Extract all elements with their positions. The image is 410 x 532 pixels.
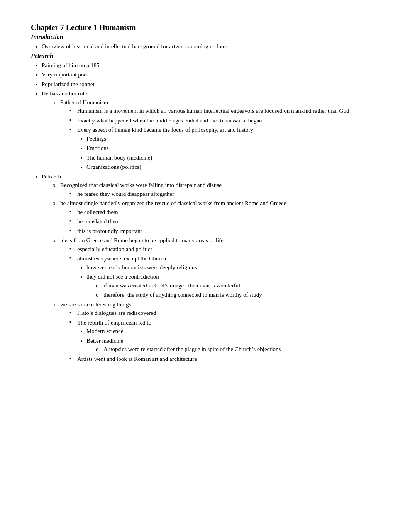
level3-list: Humanism is a movement in which all vari… [69, 107, 379, 172]
list-item: Feelings [86, 134, 379, 143]
level4-list: Modern science Better medicine Autopsies… [86, 327, 379, 354]
list-item: he feared they would disappear altogethe… [69, 190, 379, 199]
level2-list: Father of Humanism Humanism is a movemen… [53, 98, 379, 172]
level3-list: he feared they would disappear altogethe… [69, 190, 379, 199]
list-item: almost everywhere, except the Church how… [69, 254, 379, 299]
list-item: Emotions [86, 144, 379, 153]
intro-bullet-item: Overview of historical and intellectual … [42, 42, 379, 51]
intro-bullet-list: Overview of historical and intellectual … [42, 42, 379, 51]
list-item: he translated them [69, 217, 379, 226]
list-item: however, early humanists were deeply rel… [86, 263, 379, 272]
page-title: Chapter 7 Lecture 1 Humanism [31, 23, 379, 32]
level4-list: Feelings Emotions The human body (medici… [86, 134, 379, 172]
list-item: we see some interesting things Plato’s d… [53, 300, 379, 364]
list-item: Exactly what happened when the middle ag… [69, 116, 379, 125]
petrarch-section: Petrarch Painting of him on p 185 Very i… [31, 53, 379, 364]
list-item: he collected them [69, 208, 379, 217]
list-item: Humanism is a movement in which all vari… [69, 107, 379, 116]
introduction-heading: Introduction [31, 34, 379, 41]
list-item: Organizations (politics) [86, 163, 379, 172]
list-item: The human body (medicine) [86, 153, 379, 162]
level3-list: especially education and politics almost… [69, 245, 379, 299]
introduction-section: Introduction Overview of historical and … [31, 34, 379, 51]
list-item: Plato’s dialogues are rediscovered [69, 309, 379, 318]
list-item: he almost single handedly organized the … [53, 199, 379, 235]
level3-list: he collected them he translated them thi… [69, 208, 379, 236]
level5-list: Autopsies were re-started after the plag… [96, 345, 379, 354]
level4-list: however, early humanists were deeply rel… [86, 263, 379, 299]
list-item: especially education and politics [69, 245, 379, 254]
list-item: Recognized that classical works were fal… [53, 181, 379, 198]
list-item: The rebirth of empiricism led to Modern … [69, 318, 379, 354]
list-item: Father of Humanism Humanism is a movemen… [53, 98, 379, 172]
list-item: He has another role Father of Humanism H… [42, 89, 379, 172]
list-item: Very important poet [42, 70, 379, 79]
list-item: Petrarch Recognized that classical works… [42, 172, 379, 364]
list-item: Autopsies were re-started after the plag… [96, 345, 379, 354]
list-item: Artists went and look at Roman art and a… [69, 355, 379, 364]
list-item: they did not see a contradiction if man … [86, 272, 379, 299]
list-item: Every aspect of human kind became the fo… [69, 126, 379, 172]
list-item: Painting of him on p 185 [42, 61, 379, 70]
list-item: Popularized the sonnet [42, 80, 379, 89]
level2-list: Recognized that classical works were fal… [53, 181, 379, 363]
level3-list: Plato’s dialogues are rediscovered The r… [69, 309, 379, 363]
list-item: Better medicine Autopsies were re-starte… [86, 337, 379, 354]
list-item: therefore, the study of anything connect… [96, 291, 379, 299]
list-item: Modern science [86, 327, 379, 336]
list-item: if man was created in God’s image , then… [96, 281, 379, 290]
list-item: ideas from Greece and Rome began to be a… [53, 236, 379, 299]
petrarch-heading: Petrarch [31, 53, 379, 59]
petrarch-list: Painting of him on p 185 Very important … [42, 61, 379, 364]
list-item: this is profoundly important [69, 227, 379, 236]
level5-list: if man was created in God’s image , then… [96, 281, 379, 299]
